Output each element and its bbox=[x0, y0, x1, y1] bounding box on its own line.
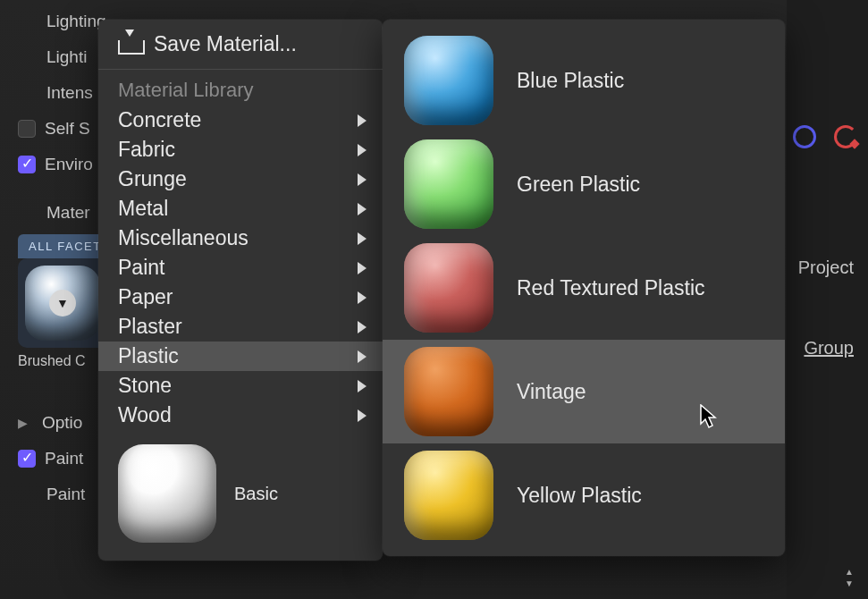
menu-item-basic[interactable]: Basic bbox=[98, 430, 383, 552]
label: Miscellaneous bbox=[118, 226, 249, 250]
label: Red Textured Plastic bbox=[517, 276, 705, 300]
label: Stone bbox=[118, 374, 172, 398]
label: Paper bbox=[118, 285, 173, 309]
label: Enviro bbox=[45, 155, 93, 174]
label: Concrete bbox=[118, 108, 201, 132]
stepper-down-icon[interactable]: ▼ bbox=[845, 578, 857, 588]
material-preview-ball bbox=[404, 36, 493, 125]
label: Mater bbox=[46, 203, 90, 223]
submenu-arrow-icon bbox=[358, 380, 367, 392]
label: Plaster bbox=[118, 315, 182, 339]
label: Fabric bbox=[118, 138, 175, 162]
label-project[interactable]: Project bbox=[798, 257, 854, 278]
material-context-menu: Save Material... Material Library Concre… bbox=[98, 20, 383, 561]
submenu-item-vintage[interactable]: Vintage bbox=[383, 340, 785, 443]
menu-item-category-plastic[interactable]: Plastic bbox=[98, 342, 383, 371]
menu-group-label: Material Library bbox=[98, 77, 383, 105]
checkbox-self-shadow[interactable] bbox=[18, 120, 36, 138]
circle-whole-icon[interactable] bbox=[793, 125, 816, 148]
submenu-arrow-icon bbox=[358, 203, 367, 215]
label: Lighting bbox=[46, 12, 106, 31]
material-swatch[interactable]: ▼ bbox=[18, 258, 107, 348]
label: Basic bbox=[234, 484, 278, 504]
label-group[interactable]: Group bbox=[804, 338, 854, 359]
label: Grunge bbox=[118, 167, 187, 191]
menu-separator bbox=[98, 69, 383, 70]
label: Optio bbox=[42, 413, 82, 433]
submenu-arrow-icon bbox=[358, 114, 367, 127]
menu-item-category-concrete[interactable]: Concrete bbox=[98, 105, 383, 135]
material-preview-ball bbox=[404, 451, 493, 540]
disclosure-triangle-icon[interactable]: ▶ bbox=[18, 416, 28, 430]
label: Paint bbox=[45, 449, 83, 468]
value-stepper[interactable]: ▲ ▼ bbox=[845, 567, 857, 588]
label: Save Material... bbox=[154, 32, 297, 56]
submenu-arrow-icon bbox=[358, 409, 367, 422]
label: Intens bbox=[46, 83, 93, 103]
submenu-item-yellow-plastic[interactable]: Yellow Plastic bbox=[383, 443, 785, 547]
menu-item-category-plaster[interactable]: Plaster bbox=[98, 312, 383, 342]
menu-item-category-grunge[interactable]: Grunge bbox=[98, 165, 383, 194]
circle-open-icon[interactable] bbox=[834, 125, 857, 148]
menu-item-category-paint[interactable]: Paint bbox=[98, 253, 383, 283]
material-preview-ball bbox=[404, 139, 493, 229]
basic-material-preview bbox=[118, 444, 216, 543]
submenu-item-red-textured-plastic[interactable]: Red Textured Plastic bbox=[383, 236, 785, 340]
submenu-arrow-icon bbox=[358, 232, 367, 245]
submenu-arrow-icon bbox=[358, 321, 367, 333]
label: Blue Plastic bbox=[517, 69, 624, 93]
label: Yellow Plastic bbox=[517, 484, 642, 508]
label: Self S bbox=[45, 119, 90, 139]
stepper-up-icon[interactable]: ▲ bbox=[845, 567, 857, 577]
material-submenu-plastic: Blue PlasticGreen PlasticRed Textured Pl… bbox=[383, 20, 785, 556]
label: Green Plastic bbox=[517, 173, 640, 197]
menu-item-category-fabric[interactable]: Fabric bbox=[98, 135, 383, 165]
topright-icons bbox=[793, 125, 857, 148]
menu-item-category-metal[interactable]: Metal bbox=[98, 194, 383, 224]
checkbox-paint[interactable] bbox=[18, 450, 36, 468]
material-preview-ball bbox=[404, 243, 493, 333]
label: Paint bbox=[118, 256, 164, 280]
submenu-arrow-icon bbox=[358, 262, 367, 274]
submenu-item-blue-plastic[interactable]: Blue Plastic bbox=[383, 29, 785, 132]
submenu-arrow-icon bbox=[358, 173, 367, 186]
menu-item-category-miscellaneous[interactable]: Miscellaneous bbox=[98, 224, 383, 253]
submenu-arrow-icon bbox=[358, 144, 367, 156]
label: Plastic bbox=[118, 344, 179, 368]
save-icon bbox=[118, 35, 141, 55]
label: Metal bbox=[118, 197, 168, 221]
submenu-arrow-icon bbox=[358, 350, 367, 363]
label: Vintage bbox=[517, 380, 586, 404]
menu-item-category-wood[interactable]: Wood bbox=[98, 401, 383, 430]
checkbox-environment[interactable] bbox=[18, 156, 36, 173]
submenu-arrow-icon bbox=[358, 291, 367, 304]
submenu-item-green-plastic[interactable]: Green Plastic bbox=[383, 132, 785, 236]
label: Wood bbox=[118, 403, 172, 427]
menu-item-category-paper[interactable]: Paper bbox=[98, 283, 383, 312]
label: Lighti bbox=[46, 47, 87, 67]
menu-item-category-stone[interactable]: Stone bbox=[98, 371, 383, 401]
material-popup-arrow-icon[interactable]: ▼ bbox=[49, 290, 76, 316]
label: Paint bbox=[46, 485, 85, 504]
menu-item-save-material[interactable]: Save Material... bbox=[98, 29, 383, 67]
material-preview-ball bbox=[404, 347, 493, 436]
